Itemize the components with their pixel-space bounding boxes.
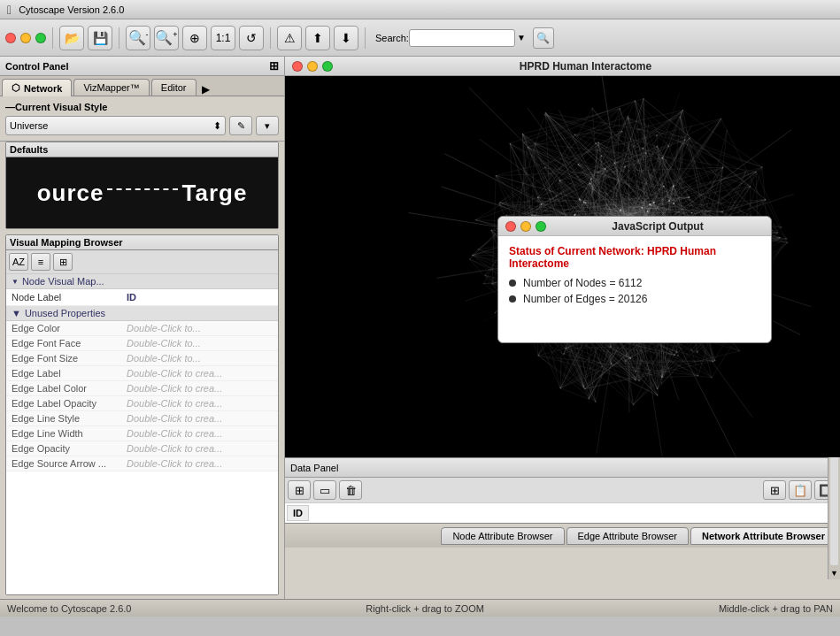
reset-button[interactable]: ↺ — [239, 26, 264, 50]
js-dialog-controls — [505, 221, 546, 232]
edge-label-mapping[interactable]: Double-Click to crea... — [121, 366, 278, 380]
style-edit-button[interactable]: ✎ — [229, 116, 252, 135]
dp-list-button[interactable]: ▭ — [313, 480, 336, 500]
list-item: Edge Line Style Double-Click to crea... — [6, 411, 278, 426]
edge-color-property: Edge Color — [6, 321, 121, 335]
search-go-button[interactable]: 🔍 — [533, 27, 554, 49]
vmb-sort-button[interactable]: AZ — [9, 253, 28, 271]
vmb-node-group-triangle-icon: ▼ — [12, 278, 19, 286]
toolbar-separator-2 — [119, 27, 119, 49]
edge-opacity-property: Edge Opacity — [6, 441, 121, 456]
dp-right-btn1[interactable]: ⊞ — [763, 480, 786, 500]
app-titlebar:  Cytoscape Version 2.6.0 — [0, 0, 840, 19]
graph-titlebar: HPRD Human Interactome — [285, 57, 840, 76]
control-panel-title: Control Panel — [5, 61, 69, 72]
vmb-unused-group-triangle-icon: ▼ — [12, 308, 21, 318]
list-item: Edge Label Double-Click to crea... — [6, 366, 278, 381]
vmb-node-label-mapping[interactable]: ID — [121, 289, 278, 305]
js-maximize-button[interactable] — [536, 221, 546, 232]
tab-editor[interactable]: Editor — [151, 79, 197, 96]
js-dialog-content: Status of Current Network: HPRD Human In… — [498, 236, 771, 342]
tab-network[interactable]: ⬡ Network — [2, 79, 72, 96]
close-button[interactable] — [5, 33, 16, 43]
tab-vizmapper-label: VizMapper™ — [83, 82, 139, 93]
dp-filter-button[interactable]: 🗑 — [339, 480, 362, 500]
js-edges-bullet-icon — [509, 295, 516, 303]
zoom-in-button[interactable]: 🔍+ — [154, 26, 179, 50]
graph-close-button[interactable] — [292, 61, 303, 72]
vmb-grid-button[interactable]: ⊞ — [53, 253, 73, 271]
tab-network-label: Network — [24, 83, 62, 94]
js-nodes-text: Number of Nodes = 6112 — [523, 277, 642, 289]
import-button[interactable]: ⬇ — [334, 26, 358, 50]
graph-title: HPRD Human Interactome — [338, 60, 833, 73]
style-select[interactable]: Universe ⬍ — [5, 116, 226, 135]
source-text: ource — [37, 180, 104, 207]
style-select-arrow-icon: ⬍ — [213, 120, 221, 132]
dp-table-button[interactable]: ⊞ — [288, 480, 311, 500]
main-content: Control Panel ⊞ ⬡ Network VizMapper™ Edi… — [0, 57, 840, 599]
statusbar: Welcome to Cytoscape 2.6.0 Right-click +… — [0, 599, 840, 617]
data-panel-toolbar: ⊞ ▭ 🗑 ⊞ 📋 🔲 — [285, 478, 840, 503]
edge-font-size-mapping[interactable]: Double-Click to... — [121, 351, 278, 365]
list-item: Edge Label Opacity Double-Click to crea.… — [6, 396, 278, 411]
js-minimize-button[interactable] — [520, 221, 531, 232]
save-button[interactable]: 💾 — [88, 26, 112, 50]
data-panel: Data Panel ⊞ ⊞ ▭ 🗑 ⊞ 📋 🔲 ID Node Attribu… — [285, 457, 840, 599]
minimize-button[interactable] — [20, 33, 31, 43]
list-item: Edge Color Double-Click to... — [6, 321, 278, 336]
zoom-out-button[interactable]: 🔍- — [126, 26, 150, 50]
graph-maximize-button[interactable] — [322, 61, 333, 72]
edge-label-opacity-mapping[interactable]: Double-Click to crea... — [121, 396, 278, 410]
graph-minimize-button[interactable] — [307, 61, 318, 72]
status-right: Middle-click + drag to PAN — [719, 603, 833, 614]
vmb-list-button[interactable]: ≡ — [31, 253, 50, 271]
edge-source-arrow-mapping[interactable]: Double-Click to crea... — [121, 456, 278, 471]
info-button[interactable]: ⚠ — [277, 26, 302, 50]
tab-vizmapper[interactable]: VizMapper™ — [73, 79, 149, 96]
list-item: Edge Source Arrow ... Double-Click to cr… — [6, 456, 278, 471]
style-more-button[interactable]: ▾ — [256, 116, 279, 135]
maximize-button[interactable] — [35, 33, 46, 43]
zoom-100-button[interactable]: 1:1 — [211, 26, 235, 50]
search-input[interactable] — [409, 29, 515, 47]
defaults-preview: ource Targe — [6, 157, 278, 228]
vmb-toolbar: AZ ≡ ⊞ — [6, 250, 278, 274]
dp-id-column-header: ID — [287, 505, 309, 521]
vmb-unused-group[interactable]: ▼ Unused Properties — [6, 306, 278, 321]
edge-opacity-mapping[interactable]: Double-Click to crea... — [121, 441, 278, 456]
edge-label-color-mapping[interactable]: Double-Click to crea... — [121, 381, 278, 395]
tab-edge-attribute-browser[interactable]: Edge Attribute Browser — [566, 527, 690, 545]
vmb-node-group[interactable]: ▼ Node Visual Map... — [6, 274, 278, 289]
edge-line-style-mapping[interactable]: Double-Click to crea... — [121, 411, 278, 425]
target-text: Targe — [181, 180, 247, 207]
toolbar-separator-3 — [270, 27, 271, 49]
edge-font-face-mapping[interactable]: Double-Click to... — [121, 336, 278, 350]
main-toolbar: 📂 💾 🔍- 🔍+ ⊕ 1:1 ↺ ⚠ ⬆ ⬇ Search: ▼ 🔍 — [0, 19, 840, 57]
control-panel-expand-button[interactable]: ⊞ — [269, 59, 279, 73]
dp-right-btn2[interactable]: 📋 — [789, 480, 812, 500]
fit-button[interactable]: ⊕ — [182, 26, 207, 50]
edge-line-width-mapping[interactable]: Double-Click to crea... — [121, 426, 278, 441]
tab-network-attribute-browser[interactable]: Network Attribute Browser — [690, 527, 836, 545]
control-panel-header: Control Panel ⊞ — [0, 57, 284, 76]
apple-logo-icon:  — [7, 3, 12, 17]
tab-editor-label: Editor — [161, 82, 187, 93]
tab-more-button[interactable]: ▶ — [202, 83, 210, 96]
vmb-node-label-row: Node Label ID — [6, 289, 278, 306]
js-close-button[interactable] — [505, 221, 516, 232]
defaults-label: Defaults — [6, 142, 278, 157]
edge-label-property: Edge Label — [6, 366, 121, 380]
edge-color-mapping[interactable]: Double-Click to... — [121, 321, 278, 335]
open-button[interactable]: 📂 — [59, 26, 84, 50]
tab-node-attribute-browser[interactable]: Node Attribute Browser — [441, 527, 564, 545]
search-dropdown-icon[interactable]: ▼ — [517, 33, 526, 42]
edge-label-color-property: Edge Label Color — [6, 381, 121, 395]
search-area: Search: ▼ — [375, 29, 526, 47]
graph-area: HPRD Human Interactome JavaScript Output… — [285, 57, 840, 457]
vmb-node-label-property: Node Label — [6, 289, 121, 305]
export-button[interactable]: ⬆ — [305, 26, 330, 50]
js-edges-row: Number of Edges = 20126 — [509, 293, 760, 305]
list-item: Edge Font Face Double-Click to... — [6, 336, 278, 351]
js-edges-text: Number of Edges = 20126 — [523, 293, 647, 305]
